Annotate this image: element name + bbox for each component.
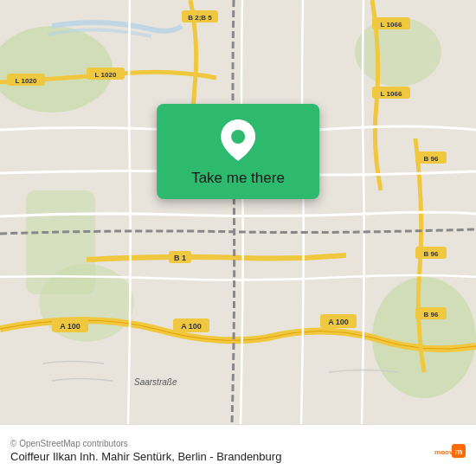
moovit-logo: m moovit xyxy=(434,435,466,466)
copyright-text: © OpenStreetMap contributors xyxy=(10,439,281,448)
svg-text:A 100: A 100 xyxy=(328,318,349,326)
svg-text:L 1066: L 1066 xyxy=(381,21,402,29)
svg-text:L 1066: L 1066 xyxy=(381,90,402,98)
location-pin-icon xyxy=(221,119,255,161)
bottom-left: © OpenStreetMap contributors Coiffeur Il… xyxy=(10,439,281,463)
svg-text:B 96: B 96 xyxy=(424,155,439,163)
svg-text:B 1: B 1 xyxy=(174,254,186,262)
take-me-there-label: Take me there xyxy=(191,170,285,187)
map-svg: A 100 A 100 A 100 B 1 L 1020 L 1020 B 2;… xyxy=(0,0,476,424)
location-name: Coiffeur Ilkan Inh. Mahir Sentürk, Berli… xyxy=(10,450,281,463)
svg-text:A 100: A 100 xyxy=(181,322,202,331)
bottom-bar: © OpenStreetMap contributors Coiffeur Il… xyxy=(0,424,476,476)
map-area: A 100 A 100 A 100 B 1 L 1020 L 1020 B 2;… xyxy=(0,0,476,424)
svg-text:B 2;B 5: B 2;B 5 xyxy=(188,14,212,22)
app: A 100 A 100 A 100 B 1 L 1020 L 1020 B 2;… xyxy=(0,0,476,476)
svg-text:moovit: moovit xyxy=(434,448,458,456)
take-me-there-button[interactable]: Take me there xyxy=(157,104,319,199)
svg-text:B 96: B 96 xyxy=(424,250,439,258)
moovit-icon: m moovit xyxy=(434,435,466,466)
svg-text:L 1020: L 1020 xyxy=(16,77,37,85)
svg-text:B 96: B 96 xyxy=(424,311,439,318)
svg-text:A 100: A 100 xyxy=(60,322,80,331)
svg-point-2 xyxy=(372,277,476,398)
svg-text:Saarstraße: Saarstraße xyxy=(134,377,177,387)
svg-text:L 1020: L 1020 xyxy=(95,71,117,79)
svg-point-31 xyxy=(231,130,245,144)
button-overlay: Take me there xyxy=(157,104,319,199)
